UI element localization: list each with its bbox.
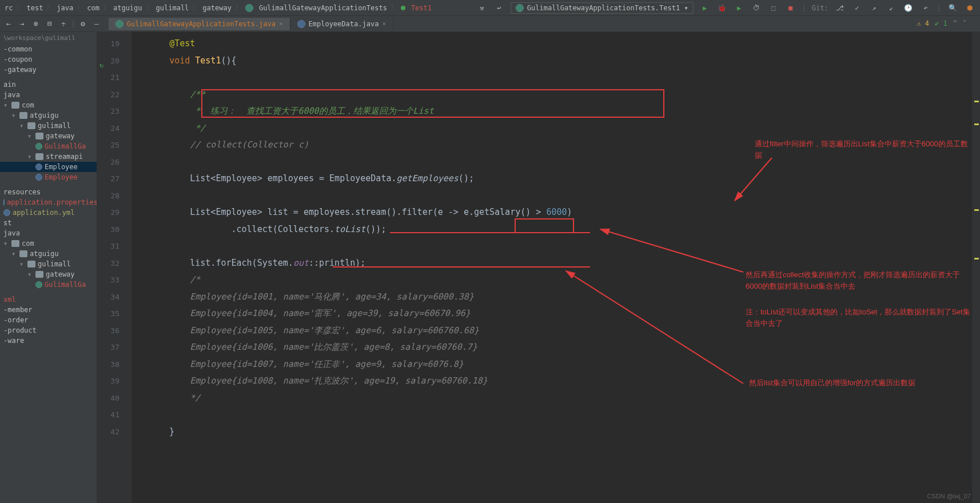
tree-item[interactable]: ain [0, 79, 97, 90]
run-config-selector[interactable]: GulimallGatewayApplicationTests.Test1 ▾ [511, 2, 694, 14]
tree-item[interactable]: GulimallGa [0, 280, 97, 290]
tab-EmployeeData.java[interactable]: EmployeeData.java× [290, 18, 393, 30]
marker-strip[interactable] [972, 32, 980, 503]
profile-icon[interactable]: ⏱ [751, 2, 762, 14]
tree-item[interactable]: ▾gulimall [0, 259, 97, 269]
tree-item[interactable]: Employee [0, 172, 97, 182]
tree-item[interactable]: -member [0, 305, 97, 315]
tree-item[interactable]: -order [0, 315, 97, 325]
watermark: CSDN @lwj_07 [927, 493, 971, 500]
code-area[interactable]: @Test void Test1(){ /** * 练习： 查找工资大于6000… [132, 32, 972, 503]
gear-icon[interactable]: ⚙ [77, 18, 89, 30]
nav-back-icon[interactable]: ↩ [493, 2, 505, 14]
tree-item[interactable]: -coupon [0, 54, 97, 65]
git-label: Git: [812, 4, 828, 12]
project-path: \workspace\gulimall [0, 32, 97, 44]
debug-icon[interactable]: 🐞 [716, 2, 728, 14]
tree-item[interactable]: -common [0, 44, 97, 54]
tree-item[interactable]: ▾atguigu [0, 110, 97, 121]
tab-GulimallGatewayApplicationTests.java[interactable]: GulimallGatewayApplicationTests.java× [109, 18, 290, 30]
tree-item[interactable]: st [0, 218, 97, 228]
toolbar: ← → ⊕ ⊟ ÷ | ⚙ — GulimallGatewayApplicati… [0, 16, 980, 32]
tree-item[interactable]: GulimallGa [0, 141, 97, 151]
code-editor[interactable]: 1920↻21222324252627282930313233343536373… [97, 32, 980, 503]
tree-item[interactable]: -product [0, 325, 97, 336]
editor-tabs: GulimallGatewayApplicationTests.java×Emp… [109, 18, 393, 30]
git-commit-icon[interactable]: ✓ [851, 2, 863, 14]
tree-item[interactable]: -gateway [0, 65, 97, 75]
expand-icon[interactable]: ÷ [57, 18, 70, 30]
git-history-icon[interactable]: 🕑 [903, 2, 914, 14]
annotation-text-4: 然后list集合可以用自己的增强for的方式遍历出数据 [749, 377, 915, 389]
tree-item[interactable]: application.properties [0, 197, 97, 207]
tree-item[interactable]: ▾gateway [0, 131, 97, 141]
tree-item[interactable]: ▾com [0, 238, 97, 249]
tree-item[interactable]: application.yml [0, 207, 97, 218]
tree-item[interactable]: ▾com [0, 100, 97, 110]
line-gutter[interactable]: 1920↻21222324252627282930313233343536373… [97, 32, 132, 503]
nav-right-icon[interactable]: → [16, 18, 29, 30]
nav-left-icon[interactable]: ← [2, 18, 15, 30]
tree-item[interactable]: ▾gulimall [0, 121, 97, 131]
ide-settings-icon[interactable]: ⬢ [964, 2, 975, 14]
hammer-icon[interactable]: ⚒ [476, 2, 488, 14]
git-branch-icon[interactable]: ⎇ [834, 2, 846, 14]
breadcrumb[interactable]: rc〉test〉java〉com〉atguigu〉gulimall〉gatewa… [5, 3, 432, 13]
tree-item[interactable]: java [0, 228, 97, 238]
tree-item[interactable]: xml [0, 294, 97, 305]
coverage-icon[interactable]: ▶ [734, 2, 745, 14]
project-tree[interactable]: \workspace\gulimall -common-coupon-gatew… [0, 32, 97, 503]
annotation-text-1: 通过filter中间操作，筛选遍历出List集合中薪资大于6000的员工数据 [755, 138, 972, 161]
git-pull-icon[interactable]: ↙ [886, 2, 897, 14]
git-push-icon[interactable]: ↗ [869, 2, 880, 14]
tree-item[interactable]: -ware [0, 336, 97, 346]
annotation-text-3: 注：toList还可以变成其他的，比如toSet，那么就数据封装到了Set集合当… [746, 306, 972, 329]
git-revert-icon[interactable]: ↶ [920, 2, 931, 14]
hide-icon[interactable]: — [90, 18, 103, 30]
search-icon[interactable]: 🔍 [947, 2, 958, 14]
stop-icon[interactable]: ■ [785, 2, 796, 14]
collapse-icon[interactable]: ⊟ [43, 18, 56, 30]
inspection-status[interactable]: ⚠ 4 ✔ 1 ^ ˅ [917, 19, 966, 27]
tree-item[interactable]: Employee [0, 162, 97, 172]
tree-item[interactable]: java [0, 90, 97, 100]
tree-item[interactable]: ▾atguigu [0, 249, 97, 259]
select-target-icon[interactable]: ⊕ [30, 18, 42, 30]
attach-icon[interactable]: ⬚ [768, 2, 779, 14]
breadcrumb-bar: rc〉test〉java〉com〉atguigu〉gulimall〉gatewa… [0, 0, 980, 16]
run-icon[interactable]: ▶ [699, 2, 711, 14]
tree-item[interactable]: ▾streamapi [0, 151, 97, 162]
tree-item[interactable]: ▾gateway [0, 269, 97, 280]
tree-item[interactable]: resources [0, 187, 97, 197]
annotation-text-2: 然后再通过collect收集的操作方式，把刚才筛选遍历出的薪资大于6000的数据… [746, 269, 972, 292]
